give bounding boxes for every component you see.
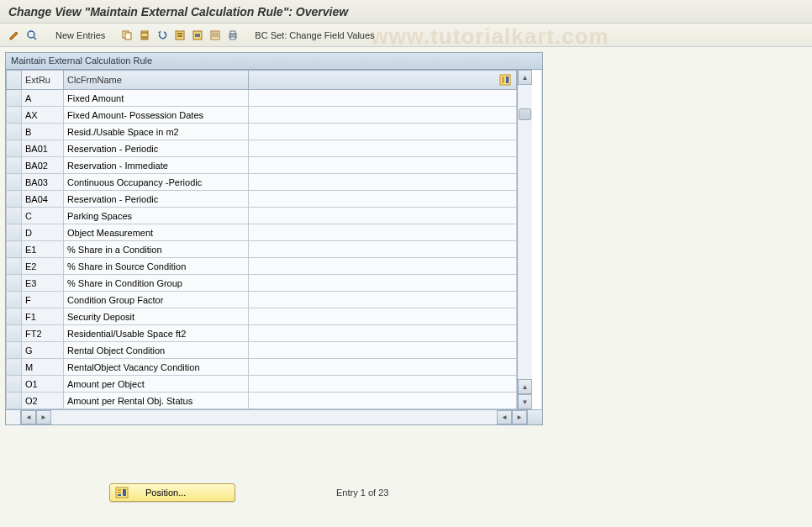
row-selector[interactable] bbox=[7, 157, 22, 174]
scroll-left-button[interactable]: ◄ bbox=[21, 410, 36, 424]
row-selector[interactable] bbox=[7, 90, 22, 107]
position-button[interactable]: Position... bbox=[109, 483, 235, 502]
table-row[interactable]: BA02Reservation - Immediate bbox=[7, 157, 517, 174]
cell-clcfrmname[interactable]: Amount per Object bbox=[64, 376, 249, 393]
table-row[interactable]: E2% Share in Source Condition bbox=[7, 258, 517, 275]
cell-extru[interactable]: E1 bbox=[22, 241, 64, 258]
cell-extru[interactable]: A bbox=[22, 90, 64, 107]
cell-extru[interactable]: O2 bbox=[22, 393, 64, 409]
cell-extru[interactable]: BA04 bbox=[22, 191, 64, 208]
table-row[interactable]: F1Security Deposit bbox=[7, 308, 517, 325]
table-row[interactable]: BA03Continuous Occupancy -Periodic bbox=[7, 174, 517, 191]
horizontal-scrollbar[interactable]: ◄ ► ◄ ► bbox=[6, 409, 542, 424]
cell-clcfrmname[interactable]: Object Measurement bbox=[64, 224, 249, 241]
table-row[interactable]: E1% Share in a Condition bbox=[7, 241, 517, 258]
scroll-right-button-2[interactable]: ► bbox=[512, 410, 527, 424]
table-row[interactable]: CParking Spaces bbox=[7, 208, 517, 224]
row-selector[interactable] bbox=[7, 208, 22, 224]
cell-clcfrmname[interactable]: Continuous Occupancy -Periodic bbox=[64, 174, 249, 191]
cell-clcfrmname[interactable]: % Share in Source Condition bbox=[64, 258, 249, 275]
table-settings-icon[interactable] bbox=[498, 72, 513, 87]
scroll-down-button[interactable]: ▼ bbox=[518, 394, 532, 409]
cell-extru[interactable]: BA02 bbox=[22, 157, 64, 174]
details-icon[interactable] bbox=[24, 28, 40, 43]
delete-icon[interactable] bbox=[137, 28, 152, 43]
table-row[interactable]: MRentalObject Vacancy Condition bbox=[7, 359, 517, 376]
cell-clcfrmname[interactable]: Fixed Amount- Possession Dates bbox=[64, 107, 249, 124]
row-selector[interactable] bbox=[7, 224, 22, 241]
cell-clcfrmname[interactable]: Residential/Usable Space ft2 bbox=[64, 325, 249, 342]
table-row[interactable]: GRental Object Condition bbox=[7, 342, 517, 359]
scroll-track[interactable] bbox=[518, 85, 532, 379]
table-row[interactable]: AXFixed Amount- Possession Dates bbox=[7, 107, 517, 124]
cell-extru[interactable]: B bbox=[22, 124, 64, 140]
cell-clcfrmname[interactable]: Reservation - Periodic bbox=[64, 191, 249, 208]
new-entries-button[interactable]: New Entries bbox=[50, 28, 111, 43]
hscroll-track-1[interactable] bbox=[51, 410, 497, 424]
row-selector[interactable] bbox=[7, 292, 22, 308]
column-header-extru[interactable]: ExtRu bbox=[22, 71, 64, 90]
toggle-display-change-icon[interactable] bbox=[7, 28, 22, 43]
cell-clcfrmname[interactable]: Condition Group Factor bbox=[64, 292, 249, 308]
scroll-thumb[interactable] bbox=[519, 108, 531, 120]
row-selector[interactable] bbox=[7, 275, 22, 292]
scroll-up-button[interactable]: ▲ bbox=[518, 70, 532, 85]
table-row[interactable]: E3% Share in Condition Group bbox=[7, 275, 517, 292]
scroll-left-button-2[interactable]: ◄ bbox=[497, 410, 512, 424]
cell-clcfrmname[interactable]: Reservation - Immediate bbox=[64, 157, 249, 174]
cell-clcfrmname[interactable]: Resid./Usable Space in m2 bbox=[64, 124, 249, 140]
table-row[interactable]: BA01Reservation - Periodic bbox=[7, 140, 517, 157]
bc-set-button[interactable]: BC Set: Change Field Values bbox=[249, 28, 380, 43]
table-row[interactable]: AFixed Amount bbox=[7, 90, 517, 107]
cell-extru[interactable]: FT2 bbox=[22, 325, 64, 342]
cell-extru[interactable]: G bbox=[22, 342, 64, 359]
row-selector[interactable] bbox=[7, 140, 22, 157]
cell-extru[interactable]: BA03 bbox=[22, 174, 64, 191]
cell-clcfrmname[interactable]: % Share in Condition Group bbox=[64, 275, 249, 292]
row-selector[interactable] bbox=[7, 124, 22, 140]
scroll-down-button-upper[interactable]: ▲ bbox=[518, 379, 532, 394]
table-row[interactable]: O2Amount per Rental Obj. Status bbox=[7, 393, 517, 409]
cell-clcfrmname[interactable]: Amount per Rental Obj. Status bbox=[64, 393, 249, 409]
cell-clcfrmname[interactable]: Rental Object Condition bbox=[64, 342, 249, 359]
row-selector[interactable] bbox=[7, 241, 22, 258]
cell-clcfrmname[interactable]: % Share in a Condition bbox=[64, 241, 249, 258]
cell-clcfrmname[interactable]: Parking Spaces bbox=[64, 208, 249, 224]
cell-clcfrmname[interactable]: Reservation - Periodic bbox=[64, 140, 249, 157]
cell-extru[interactable]: D bbox=[22, 224, 64, 241]
cell-extru[interactable]: BA01 bbox=[22, 140, 64, 157]
deselect-all-icon[interactable] bbox=[208, 28, 223, 43]
cell-extru[interactable]: F1 bbox=[22, 308, 64, 325]
cell-extru[interactable]: M bbox=[22, 359, 64, 376]
cell-extru[interactable]: AX bbox=[22, 107, 64, 124]
cell-clcfrmname[interactable]: Security Deposit bbox=[64, 308, 249, 325]
vertical-scrollbar[interactable]: ▲ ▲ ▼ bbox=[517, 70, 532, 409]
row-selector[interactable] bbox=[7, 325, 22, 342]
scroll-right-button-1[interactable]: ► bbox=[36, 410, 51, 424]
table-row[interactable]: BA04Reservation - Periodic bbox=[7, 191, 517, 208]
table-row[interactable]: FCondition Group Factor bbox=[7, 292, 517, 308]
cell-extru[interactable]: C bbox=[22, 208, 64, 224]
table-row[interactable]: BResid./Usable Space in m2 bbox=[7, 124, 517, 140]
row-selector[interactable] bbox=[7, 107, 22, 124]
row-selector[interactable] bbox=[7, 393, 22, 409]
cell-extru[interactable]: E2 bbox=[22, 258, 64, 275]
table-row[interactable]: DObject Measurement bbox=[7, 224, 517, 241]
table-row[interactable]: O1Amount per Object bbox=[7, 376, 517, 393]
undo-change-icon[interactable] bbox=[155, 28, 170, 43]
row-selector[interactable] bbox=[7, 359, 22, 376]
row-selector[interactable] bbox=[7, 174, 22, 191]
row-selector[interactable] bbox=[7, 258, 22, 275]
cell-extru[interactable]: O1 bbox=[22, 376, 64, 393]
copy-as-icon[interactable] bbox=[119, 28, 134, 43]
row-selector[interactable] bbox=[7, 376, 22, 393]
cell-clcfrmname[interactable]: RentalObject Vacancy Condition bbox=[64, 359, 249, 376]
select-all-icon[interactable] bbox=[172, 28, 187, 43]
table-row[interactable]: FT2Residential/Usable Space ft2 bbox=[7, 325, 517, 342]
cell-extru[interactable]: E3 bbox=[22, 275, 64, 292]
cell-extru[interactable]: F bbox=[22, 292, 64, 308]
cell-clcfrmname[interactable]: Fixed Amount bbox=[64, 90, 249, 107]
row-selector[interactable] bbox=[7, 342, 22, 359]
select-all-column-header[interactable] bbox=[7, 71, 22, 90]
print-icon[interactable] bbox=[225, 28, 240, 43]
